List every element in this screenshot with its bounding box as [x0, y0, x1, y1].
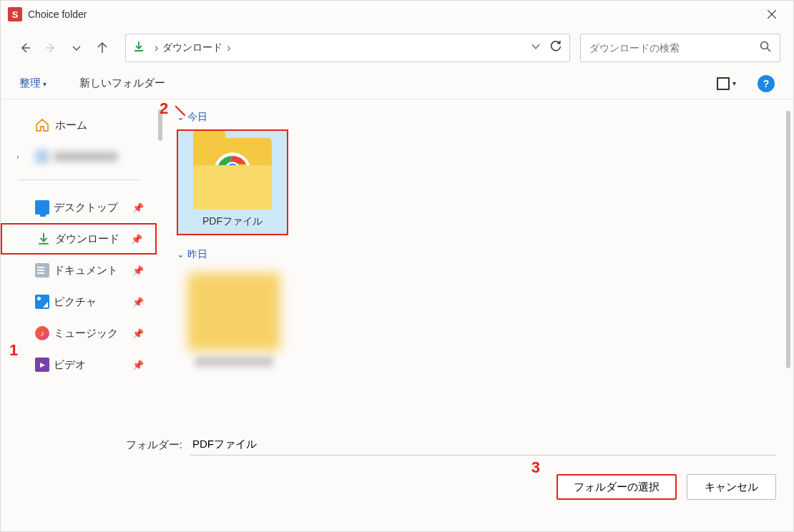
annotation-3: 3 [531, 458, 540, 477]
user-icon [35, 149, 49, 164]
footer: フォルダー: 3 フォルダーの選択 キャンセル [1, 420, 793, 511]
sidebar-item-music[interactable]: ♪ ミュージック 📌 [1, 317, 157, 349]
svg-line-3 [768, 49, 771, 52]
new-folder-button[interactable]: 新しいフォルダー [79, 77, 165, 90]
sidebar-item-label: ビデオ [54, 358, 86, 372]
cancel-button[interactable]: キャンセル [687, 474, 776, 500]
forward-button[interactable] [39, 36, 62, 59]
organize-menu[interactable]: 整理 [19, 77, 46, 90]
nav-bar: › ダウンロード › [1, 28, 793, 68]
sidebar-item-label: ダウンロード [55, 232, 119, 246]
close-icon [768, 10, 776, 19]
sidebar-item-documents[interactable]: ドキュメント 📌 [1, 255, 157, 286]
pin-icon[interactable]: 📌 [132, 360, 144, 370]
group-yesterday[interactable]: 昨日 [177, 248, 779, 261]
pin-icon[interactable]: 📌 [131, 234, 142, 245]
music-icon: ♪ [35, 326, 49, 340]
folder-label: PDFファイル [178, 215, 287, 228]
annotation-1: 1 [9, 341, 18, 360]
folder-icon [187, 272, 280, 351]
sidebar-item-videos[interactable]: ▶ ビデオ 📌 [1, 349, 157, 380]
title-bar: S Choice folder [1, 1, 793, 28]
arrow-left-icon [19, 42, 31, 54]
chevron-right-icon: › [16, 152, 19, 161]
svg-line-4 [175, 106, 185, 116]
folder-label [195, 357, 273, 367]
sidebar-item-pictures[interactable]: ピクチャ 📌 [1, 286, 157, 317]
folder-pdf[interactable]: PDFファイル [177, 129, 288, 235]
folder-blurred[interactable] [177, 267, 291, 373]
file-pane: 2 今日 PDFファイル 昨日 [157, 99, 793, 420]
back-button[interactable] [14, 36, 36, 59]
sidebar-item-label: ピクチャ [54, 295, 97, 309]
arrow-up-icon [97, 42, 108, 54]
pictures-icon [35, 295, 49, 309]
breadcrumb-sep: › [227, 41, 230, 54]
breadcrumb-box[interactable]: › ダウンロード › [125, 34, 570, 62]
sidebar-item-label: ミュージック [54, 327, 118, 340]
chevron-down-icon [71, 42, 82, 54]
close-button[interactable] [758, 4, 786, 25]
sidebar-item-label: ホーム [55, 119, 87, 132]
annotation-2-pointer [175, 106, 185, 116]
sidebar-item-desktop[interactable]: デスクトップ 📌 [1, 192, 157, 223]
main-scrollbar[interactable] [786, 111, 790, 368]
sidebar: ホーム › デスクトップ 📌 ダウンロード 📌 ドキュメント 📌 ピクチャ 📌 [1, 99, 157, 420]
path-dropdown[interactable] [531, 41, 541, 54]
sidebar-item-label: デスクトップ [54, 201, 118, 215]
toolbar: 整理 新しいフォルダー ▾ ? [1, 68, 793, 99]
sidebar-item-home[interactable]: ホーム [1, 109, 157, 141]
annotation-2: 2 [160, 99, 168, 118]
folder-name-input[interactable] [190, 434, 776, 455]
search-icon[interactable] [760, 41, 771, 55]
sidebar-item-label [54, 152, 118, 162]
video-icon: ▶ [35, 358, 49, 372]
svg-point-2 [761, 42, 768, 49]
pin-icon[interactable]: 📌 [132, 265, 144, 276]
download-icon [133, 41, 144, 55]
breadcrumb-item[interactable]: ダウンロード [162, 41, 222, 54]
view-mode-dropdown[interactable]: ▾ [732, 79, 736, 87]
download-icon [36, 232, 51, 246]
folder-field-label: フォルダー: [18, 438, 190, 452]
breadcrumb-sep: › [155, 41, 158, 54]
search-box[interactable] [580, 34, 780, 62]
sidebar-item-downloads[interactable]: ダウンロード 📌 [1, 223, 157, 255]
pin-icon[interactable]: 📌 [132, 297, 144, 307]
sidebar-divider [18, 179, 139, 180]
search-input[interactable] [589, 42, 760, 54]
sidebar-item-user[interactable]: › [1, 141, 157, 172]
pin-icon[interactable]: 📌 [132, 202, 144, 213]
view-mode-icon[interactable] [717, 77, 730, 90]
select-folder-button[interactable]: フォルダーの選択 [557, 474, 677, 500]
arrow-right-icon [45, 42, 57, 54]
help-button[interactable]: ? [758, 75, 775, 92]
refresh-button[interactable] [549, 40, 562, 56]
folder-icon [190, 138, 275, 210]
group-today[interactable]: 今日 [177, 111, 779, 124]
desktop-icon [35, 200, 49, 215]
home-icon [35, 118, 49, 132]
document-icon [35, 263, 49, 277]
recent-button[interactable] [65, 36, 88, 59]
app-icon: S [8, 7, 22, 21]
pin-icon[interactable]: 📌 [132, 328, 144, 339]
up-button[interactable] [91, 36, 114, 59]
sidebar-item-label: ドキュメント [54, 264, 118, 277]
window-title: Choice folder [28, 9, 758, 20]
